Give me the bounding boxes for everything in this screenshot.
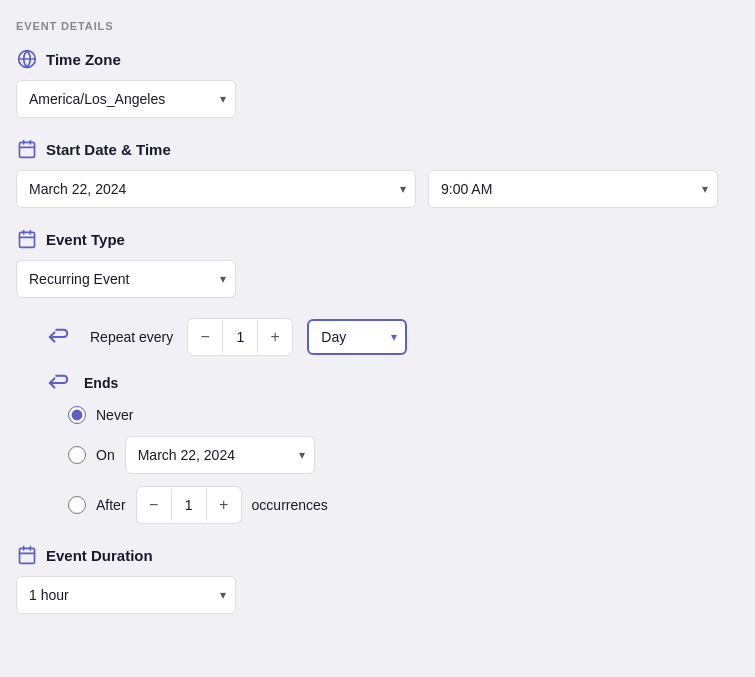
start-datetime-label: Start Date & Time [46,141,171,158]
ends-curve-icon [48,372,76,394]
ends-after-decrement-button[interactable]: − [137,487,171,523]
occurrences-label: occurrences [252,497,328,513]
ends-never-radio[interactable] [68,406,86,424]
event-type-label: Event Type [46,231,125,248]
ends-after-label: After [96,497,126,513]
svg-rect-2 [20,142,35,157]
repeat-value: 1 [222,321,258,353]
start-datetime-group: Start Date & Time March 22, 2024 March 2… [16,138,739,208]
date-time-row: March 22, 2024 March 23, 2024 March 24, … [16,170,739,208]
ends-on-label: On [96,447,115,463]
globe-icon [16,48,38,70]
period-select[interactable]: Day Week Month Year [307,319,407,355]
ends-on-row: On March 22, 2024 March 23, 2024 ▾ [48,436,739,474]
ends-on-date-wrapper: March 22, 2024 March 23, 2024 ▾ [125,436,315,474]
event-type-group: Event Type Recurring Event One-time Even… [16,228,739,298]
repeat-increment-button[interactable]: + [258,319,292,355]
date-select[interactable]: March 22, 2024 March 23, 2024 March 24, … [16,170,416,208]
ends-after-row-content: − 1 + occurrences [136,486,328,524]
ends-after-stepper: − 1 + [136,486,242,524]
ends-label: Ends [84,375,118,391]
repeat-row: Repeat every − 1 + Day Week Month Year ▾ [16,318,739,356]
ends-header: Ends [48,372,739,394]
time-select[interactable]: 9:00 AM 10:00 AM 11:00 AM 12:00 PM [428,170,718,208]
ends-never-label: Never [96,407,133,423]
event-duration-header: Event Duration [16,544,739,566]
section-label: EVENT DETAILS [16,20,739,32]
event-type-select-wrapper: Recurring Event One-time Event ▾ [16,260,236,298]
ends-section: Ends Never On March 22, 2024 March 23, 2… [16,372,739,524]
ends-after-value: 1 [171,489,207,521]
start-datetime-header: Start Date & Time [16,138,739,160]
calendar-icon-event [16,228,38,250]
timezone-header: Time Zone [16,48,739,70]
time-select-wrapper: 9:00 AM 10:00 AM 11:00 AM 12:00 PM ▾ [428,170,718,208]
event-duration-group: Event Duration 1 hour 30 minutes 2 hours… [16,544,739,614]
svg-rect-10 [20,548,35,563]
timezone-group: Time Zone America/Los_Angeles America/Ne… [16,48,739,118]
period-select-wrapper: Day Week Month Year ▾ [307,319,407,355]
ends-on-date-select[interactable]: March 22, 2024 March 23, 2024 [125,436,315,474]
timezone-label: Time Zone [46,51,121,68]
calendar-icon-duration [16,544,38,566]
svg-rect-6 [20,232,35,247]
repeat-stepper: − 1 + [187,318,293,356]
calendar-icon-start [16,138,38,160]
repeat-curve-icon [48,326,76,348]
event-type-select[interactable]: Recurring Event One-time Event [16,260,236,298]
repeat-decrement-button[interactable]: − [188,319,222,355]
date-select-wrapper: March 22, 2024 March 23, 2024 March 24, … [16,170,416,208]
timezone-select-wrapper: America/Los_Angeles America/New_York Ame… [16,80,236,118]
event-type-header: Event Type [16,228,739,250]
event-duration-label: Event Duration [46,547,153,564]
repeat-label: Repeat every [90,329,173,345]
ends-after-row: After − 1 + occurrences [48,486,739,524]
event-duration-select[interactable]: 1 hour 30 minutes 2 hours All day [16,576,236,614]
timezone-select[interactable]: America/Los_Angeles America/New_York Ame… [16,80,236,118]
ends-after-increment-button[interactable]: + [207,487,241,523]
ends-on-radio[interactable] [68,446,86,464]
ends-after-radio[interactable] [68,496,86,514]
ends-never-row: Never [48,406,739,424]
event-duration-select-wrapper: 1 hour 30 minutes 2 hours All day ▾ [16,576,236,614]
